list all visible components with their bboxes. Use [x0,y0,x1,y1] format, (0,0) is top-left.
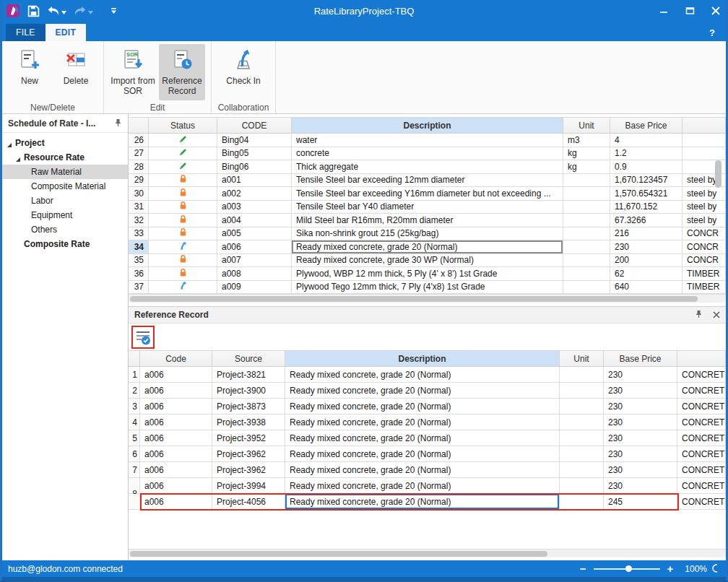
cell-rownum[interactable]: 8 [129,478,140,493]
magnifier-icon[interactable] [711,563,717,575]
cell-code[interactable]: a007 [217,254,292,267]
cell-price[interactable]: 200 [610,254,682,267]
sidebar-item-resource-rate[interactable]: Resource Rate [2,150,128,165]
cell-code[interactable]: a006 [140,446,212,461]
cell-extra[interactable]: CONCR [682,240,726,253]
cell-rownum[interactable]: 6 [129,446,140,461]
column-header[interactable]: Code [140,351,212,366]
cell-extra[interactable] [682,134,726,147]
cell-code[interactable]: Bing06 [217,160,292,173]
cell-rownum[interactable]: 26 [129,134,149,147]
new-button[interactable]: New [8,44,51,100]
cell-rownum[interactable]: 37 [129,281,149,294]
cell-rownum[interactable]: 28 [129,160,149,173]
cell-price[interactable]: 1,670.123457 [610,174,682,187]
cell-source[interactable]: Project-3962 [212,462,285,477]
cell-desc[interactable]: concrete [292,147,563,160]
cell-price[interactable]: 230 [604,399,677,414]
zoom-out-button[interactable]: − [580,563,586,574]
column-header[interactable]: CODE [217,118,292,133]
cell-unit[interactable]: kg [563,147,610,160]
cell-unit[interactable] [560,478,604,493]
save-icon[interactable] [27,5,40,17]
cell-rownum[interactable]: 3 [129,399,140,414]
cell-status[interactable] [149,240,217,253]
cell-status[interactable] [149,201,217,214]
cell-price[interactable]: 216 [610,227,682,240]
sidebar-item-labor[interactable]: Labor [2,194,128,208]
cell-unit[interactable] [563,214,610,227]
cell-unit[interactable] [560,462,604,477]
cell-price[interactable]: 62 [610,267,682,280]
hscroll-thumb[interactable] [130,551,547,557]
cell-rownum[interactable]: 35 [129,254,149,267]
cell-price[interactable]: 67.3266 [610,214,682,227]
cell-unit[interactable] [560,446,604,461]
cell-price[interactable]: 0.9 [610,160,682,173]
help-button[interactable]: ? [709,27,715,38]
customize-toolbar-icon[interactable] [110,8,117,14]
cell-extra[interactable]: CONCRET [677,414,726,430]
cell-desc[interactable]: Ready mixed concrete, grade 20 (Normal) [285,414,560,430]
column-header[interactable]: Description [285,351,560,366]
cell-rownum[interactable]: 33 [129,227,149,240]
select-reference-record-button[interactable] [134,328,152,347]
column-header[interactable]: Source [212,351,285,366]
column-header[interactable]: Unit [560,351,604,366]
cell-code[interactable]: Bing04 [217,134,292,147]
cell-desc[interactable]: Thick aggregate [292,160,563,173]
cell-code[interactable]: a005 [217,227,292,240]
cell-price[interactable]: 245 [604,494,677,509]
delete-button[interactable]: Delete [54,44,98,100]
cell-unit[interactable] [563,254,610,267]
cell-extra[interactable]: CONCRET [677,367,726,382]
cell-code[interactable]: a006 [140,367,212,382]
cell-price[interactable]: 230 [604,462,677,477]
cell-source[interactable]: Project-3821 [212,367,285,382]
cell-price[interactable]: 1,570.654321 [610,187,682,200]
cell-unit[interactable] [560,383,604,398]
cell-price[interactable]: 4 [610,134,682,147]
cell-code[interactable]: a006 [140,399,212,414]
cell-desc[interactable]: Ready mixed concrete, grade 20 (Normal) [285,383,560,398]
cell-unit[interactable] [560,367,604,382]
cell-price[interactable]: 1.2 [610,147,682,160]
cell-extra[interactable]: CONCRET [677,399,726,414]
cell-code[interactable]: a006 [140,462,212,477]
reference-record-button[interactable]: Reference Record [159,44,205,100]
cell-code[interactable]: a008 [217,267,292,280]
column-header[interactable] [682,118,726,133]
check-in-button[interactable]: Check In [217,44,269,100]
main-grid-vscroll-thumb[interactable] [715,160,722,188]
pin-icon[interactable] [114,117,122,130]
cell-code[interactable]: a006 [140,478,212,493]
cell-desc[interactable]: Ready mixed concrete, grade 20 (Normal) [285,478,560,493]
cell-status[interactable] [149,281,217,294]
cell-unit[interactable] [560,399,604,414]
redo-button[interactable] [74,4,93,17]
cell-code[interactable]: a003 [217,201,292,214]
cell-unit[interactable] [563,240,610,253]
cell-code[interactable]: a004 [217,214,292,227]
cell-code[interactable]: a006 [140,494,212,509]
cell-code[interactable]: a006 [140,383,212,398]
cell-rownum[interactable]: 2 [129,383,140,398]
sidebar-item-composite-material[interactable]: Composite Material [2,179,128,194]
cell-status[interactable] [149,187,217,200]
column-header[interactable] [129,351,140,366]
cell-extra[interactable]: TIMBER [682,281,726,294]
redo-dropdown-icon[interactable] [88,4,93,17]
cell-desc[interactable]: Ready mixed concrete, grade 20 (Normal) [292,240,563,253]
cell-extra[interactable]: steel by [682,187,726,200]
cell-extra[interactable] [682,147,726,160]
import-from-sor-button[interactable]: SORImport from SOR [110,44,156,100]
cell-status[interactable] [149,160,217,173]
cell-unit[interactable]: m3 [563,134,610,147]
cell-unit[interactable] [563,174,610,187]
cell-desc[interactable]: Mild Steel bar R16mm, R20mm diameter [292,214,563,227]
cell-desc[interactable]: Plywood Tego 12mm thick, 7 Ply (4'x8) 1s… [292,281,563,294]
cell-status[interactable] [149,227,217,240]
cell-unit[interactable] [563,281,610,294]
cell-status[interactable] [149,147,217,160]
cell-desc[interactable]: Ready mixed concrete, grade 20 (Normal) [285,430,560,446]
